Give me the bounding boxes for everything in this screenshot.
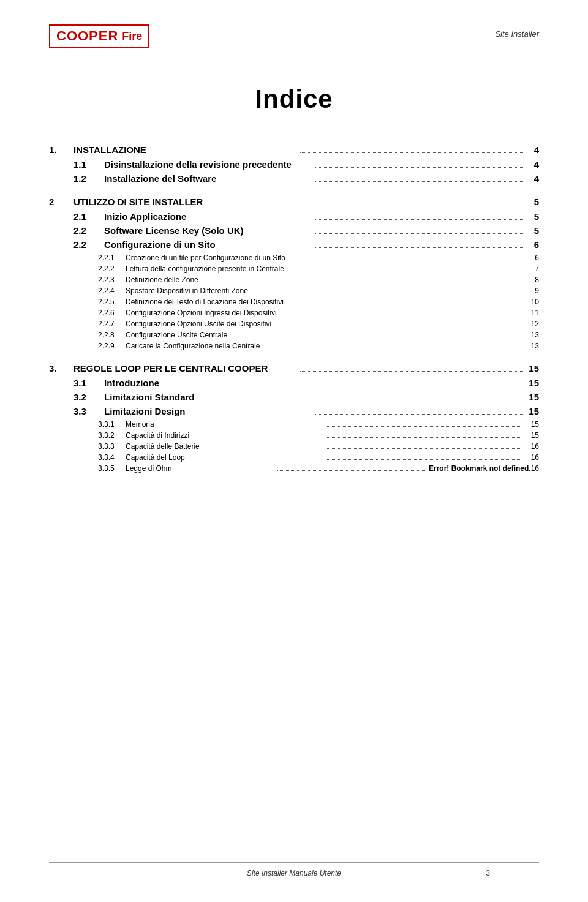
toc-item-2: 2 UTILIZZO DI SITE INSTALLER 5 — [49, 197, 539, 208]
toc-page-2-1: 5 — [527, 211, 539, 222]
content-area: 1. INSTALLAZIONE 4 1.1 Disinstallazione … — [0, 145, 588, 473]
toc-page-2-2-4: 9 — [524, 287, 539, 295]
page: COOPER Fire Site Installer Indice 1. INS… — [0, 0, 588, 902]
toc-item-3-1: 3.1 Introduzione 15 — [74, 378, 539, 389]
toc-num-3-2: 3.2 — [74, 392, 104, 402]
toc-num-3-3-1: 3.3.1 — [98, 420, 126, 429]
toc-label-2-2a: Software License Key (Solo UK) — [104, 225, 312, 236]
toc-dots-1-2 — [315, 181, 523, 182]
toc-label-3-3-4: Capacità del Loop — [126, 453, 321, 462]
toc-dots-1 — [300, 152, 523, 153]
toc-label-2-2-5: Definizione del Testo di Locazione dei D… — [126, 298, 321, 306]
toc-dots-3-3-2 — [325, 437, 520, 438]
toc-item-3-3-1: 3.3.1 Memoria 15 — [98, 420, 539, 429]
toc-num-3-3: 3.3 — [74, 406, 104, 416]
toc-item-2-2-1: 2.2.1 Creazione di un file per Configura… — [98, 254, 539, 263]
toc-page-2-2-9: 13 — [524, 342, 539, 350]
toc-page-2-2a: 5 — [527, 225, 539, 236]
toc-num-1-2: 1.2 — [74, 173, 104, 184]
toc-page-2-2-5: 10 — [524, 298, 539, 306]
page-title: Indice — [0, 85, 588, 114]
toc-label-1-2: Installazione del Software — [104, 173, 312, 184]
toc-dots-2-2-8 — [325, 337, 520, 337]
toc-label-2-2-8: Configurazione Uscite Centrale — [126, 331, 321, 339]
toc-num-2-2-6: 2.2.6 — [98, 309, 126, 317]
toc-page-2-2-2: 7 — [524, 265, 539, 273]
header-site-installer: Site Installer — [495, 24, 539, 39]
toc-dots-2-2-1 — [325, 260, 520, 260]
toc-dots-2-2-3 — [325, 282, 520, 282]
toc-label-3-3-1: Memoria — [126, 420, 321, 429]
toc-page-3-3-5: Error! Bookmark not defined.16 — [429, 464, 539, 473]
toc-section-2: 2 UTILIZZO DI SITE INSTALLER 5 2.1 Inizi… — [49, 197, 539, 351]
toc-item-1-2: 1.2 Installazione del Software 4 — [74, 173, 539, 184]
toc-num-2-2-8: 2.2.8 — [98, 331, 126, 339]
toc-num-2-2-5: 2.2.5 — [98, 298, 126, 306]
toc-page-3-3-3: 16 — [524, 442, 539, 451]
toc-num-2-2-9: 2.2.9 — [98, 342, 126, 350]
toc-page-3: 15 — [527, 363, 539, 374]
toc-item-3-2: 3.2 Limitazioni Standard 15 — [74, 392, 539, 403]
toc-page-2-2b: 6 — [527, 239, 539, 250]
logo-cooper: COOPER — [56, 28, 118, 44]
toc-dots-3-2 — [315, 400, 523, 400]
toc-item-2-2a: 2.2 Software License Key (Solo UK) 5 — [74, 225, 539, 236]
toc-dots-3 — [300, 371, 523, 372]
toc-label-2-2b: Configurazione di un Sito — [104, 239, 312, 250]
toc-dots-2-2a — [315, 233, 523, 234]
toc-num-3-3-5: 3.3.5 — [98, 464, 126, 473]
toc-item-2-1: 2.1 Inizio Applicazione 5 — [74, 211, 539, 222]
toc-num-2-2-4: 2.2.4 — [98, 287, 126, 295]
footer: Site Installer Manuale Utente 3 — [49, 862, 539, 878]
toc-dots-2-1 — [315, 219, 523, 220]
toc-dots-2-2-4 — [325, 293, 520, 293]
toc-page-2-2-1: 6 — [524, 254, 539, 262]
toc-label-3-1: Introduzione — [104, 378, 312, 388]
toc-dots-2-2-2 — [325, 271, 520, 271]
toc-page-3-3-2: 15 — [524, 431, 539, 440]
toc-label-3-3-3: Capacità delle Batterie — [126, 442, 321, 451]
toc-label-3-2: Limitazioni Standard — [104, 392, 312, 402]
toc-page-3-3: 15 — [527, 406, 539, 416]
toc-label-2-2-9: Caricare la Configurazione nella Central… — [126, 342, 321, 350]
toc-label-3-3-2: Capacità di Indirizzi — [126, 431, 321, 440]
toc-label-2-2-2: Lettura della configurazione presente in… — [126, 265, 321, 273]
toc-num-2-2-7: 2.2.7 — [98, 320, 126, 328]
toc-num-2-2b: 2.2 — [74, 239, 104, 250]
toc-item-3-3: 3.3 Limitazioni Design 15 — [74, 406, 539, 417]
toc-label-3-3-5: Legge di Ohm — [126, 464, 273, 473]
toc-page-2-2-8: 13 — [524, 331, 539, 339]
toc-dots-2-2-7 — [325, 326, 520, 326]
toc-item-2-2-5: 2.2.5 Definizione del Testo di Locazione… — [98, 298, 539, 307]
toc-item-3-3-4: 3.3.4 Capacità del Loop 16 — [98, 453, 539, 462]
toc-section-1: 1. INSTALLAZIONE 4 1.1 Disinstallazione … — [49, 145, 539, 184]
toc-page-3-3-4: 16 — [524, 453, 539, 462]
toc-item-3: 3. REGOLE LOOP PER LE CENTRALI COOPER 15 — [49, 363, 539, 374]
toc-label-2-2-7: Configurazione Opzioni Uscite dei Dispos… — [126, 320, 321, 328]
toc-item-2-2-7: 2.2.7 Configurazione Opzioni Uscite dei … — [98, 320, 539, 329]
toc-page-1: 4 — [527, 145, 539, 155]
toc-num-2-2-1: 2.2.1 — [98, 254, 126, 262]
toc-section-3: 3. REGOLE LOOP PER LE CENTRALI COOPER 15… — [49, 363, 539, 473]
logo-area: COOPER Fire — [49, 24, 149, 48]
toc-item-2-2-2: 2.2.2 Lettura della configurazione prese… — [98, 265, 539, 274]
toc-page-1-1: 4 — [527, 159, 539, 170]
toc-label-1: INSTALLAZIONE — [74, 145, 296, 155]
toc-page-2: 5 — [527, 197, 539, 207]
toc-page-2-2-6: 11 — [524, 309, 539, 317]
toc-num-3-1: 3.1 — [74, 378, 104, 388]
toc-dots-1-1 — [315, 167, 523, 168]
toc-num-3-3-4: 3.3.4 — [98, 453, 126, 462]
toc-num-2-1: 2.1 — [74, 211, 104, 222]
toc-dots-2-2b — [315, 247, 523, 248]
toc-label-2-2-4: Spostare Dispositivi in Differenti Zone — [126, 287, 321, 295]
toc-label-2-2-3: Definizione delle Zone — [126, 276, 321, 284]
toc-label-2: UTILIZZO DI SITE INSTALLER — [74, 197, 296, 207]
toc-item-2-2-3: 2.2.3 Definizione delle Zone 8 — [98, 276, 539, 285]
toc-label-2-2-1: Creazione di un file per Configurazione … — [126, 254, 321, 262]
toc-item-3-3-3: 3.3.3 Capacità delle Batterie 16 — [98, 442, 539, 451]
toc-label-2-1: Inizio Applicazione — [104, 211, 312, 222]
toc-page-2-2-7: 12 — [524, 320, 539, 328]
toc-num-3-3-2: 3.3.2 — [98, 431, 126, 440]
toc-item-2-2-6: 2.2.6 Configurazione Opzioni Ingressi de… — [98, 309, 539, 318]
